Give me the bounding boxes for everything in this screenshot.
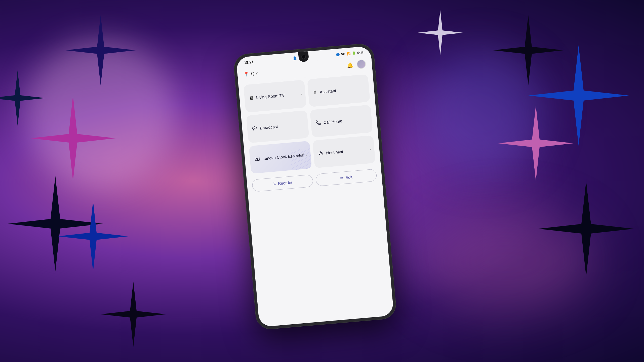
status-right-icons: 🔵 5G 📶 🔋 54% <box>336 51 364 56</box>
card-row-nest: Nest Mini <box>318 146 370 157</box>
avatar[interactable] <box>356 59 366 69</box>
star-white-top-right <box>418 10 463 55</box>
battery-icon: 🔋 <box>352 51 356 55</box>
chevron-right-nest: › <box>370 147 371 151</box>
card-label-broadcast: Broadcast <box>260 124 278 131</box>
card-row-call-home: Call Home <box>315 115 368 127</box>
edit-label: Edit <box>345 175 352 180</box>
header-right: 🔔 <box>347 59 366 70</box>
star-blue-left-bottom <box>58 201 128 272</box>
phone-wrapper: 18:21 👤 🔵 5G 📶 🔋 54% 📍 Q <box>233 43 397 331</box>
home-dropdown[interactable]: Q ∨ <box>251 71 258 76</box>
svg-point-4 <box>320 152 322 154</box>
svg-point-3 <box>257 158 257 159</box>
card-lines-decoration <box>290 148 312 170</box>
edit-icon: ✏ <box>340 175 344 180</box>
card-row-broadcast: Broadcast <box>252 121 304 132</box>
user-icon: 👤 <box>293 56 297 60</box>
bell-icon[interactable]: 🔔 <box>347 62 353 68</box>
reorder-icon: ⇅ <box>272 181 276 186</box>
star-pink-left <box>30 96 116 181</box>
card-row-assistant: 🎙 Assistant <box>313 86 365 96</box>
camera-dot <box>301 54 306 59</box>
star-dark-bottom-center <box>101 282 166 347</box>
card-row-tv: 🖥 Living Room TV <box>249 91 301 101</box>
status-time: 18:21 <box>244 60 254 65</box>
card-broadcast[interactable]: Broadcast <box>246 110 309 143</box>
bluetooth-icon: 🔵 <box>336 53 340 56</box>
header-left: 📍 Q ∨ <box>243 70 258 77</box>
reorder-label: Reorder <box>278 180 293 186</box>
card-lenovo-clock[interactable]: Lenovo Clock Essential › <box>249 141 312 174</box>
svg-point-5 <box>319 151 323 155</box>
card-nest-mini[interactable]: Nest Mini › <box>312 135 376 168</box>
broadcast-icon <box>252 125 258 132</box>
card-label-call-home: Call Home <box>323 118 342 125</box>
star-pink-right <box>498 106 574 181</box>
card-assistant[interactable]: 🎙 Assistant <box>307 74 370 107</box>
status-icons: 👤 <box>293 56 297 60</box>
chevron-right-tv: › <box>300 92 302 96</box>
reorder-button[interactable]: ⇅ Reorder <box>252 174 313 192</box>
location-icon[interactable]: 📍 <box>243 71 249 77</box>
home-label-text: Q <box>251 71 255 76</box>
svg-point-0 <box>254 126 255 128</box>
card-label-tv: Living Room TV <box>256 93 285 101</box>
device-grid: 🖥 Living Room TV › 🎙 Assistant <box>238 72 381 176</box>
chevron-right-lenovo: › <box>306 153 307 157</box>
chevron-down-icon: ∨ <box>255 71 258 75</box>
card-living-room-tv[interactable]: 🖥 Living Room TV › <box>244 80 307 113</box>
edit-button[interactable]: ✏ Edit <box>315 169 377 187</box>
speaker-icon <box>254 156 260 163</box>
star-dark-left-top <box>65 15 136 85</box>
card-label-assistant: Assistant <box>319 88 336 95</box>
star-dark-right-bottom <box>538 181 634 277</box>
nest-icon <box>318 150 324 157</box>
phone-icon <box>315 119 321 127</box>
battery-pct: 54% <box>357 51 364 55</box>
card-label-nest: Nest Mini <box>326 149 343 156</box>
signal-icon: 📶 <box>347 52 351 55</box>
tv-icon: 🖥 <box>249 95 254 101</box>
card-call-home[interactable]: Call Home <box>310 105 373 138</box>
mic-icon: 🎙 <box>313 90 318 95</box>
phone-outer: 18:21 👤 🔵 5G 📶 🔋 54% 📍 Q <box>233 43 397 331</box>
network-icon: 5G <box>341 52 345 56</box>
phone-screen: 18:21 👤 🔵 5G 📶 🔋 54% 📍 Q <box>236 46 394 327</box>
